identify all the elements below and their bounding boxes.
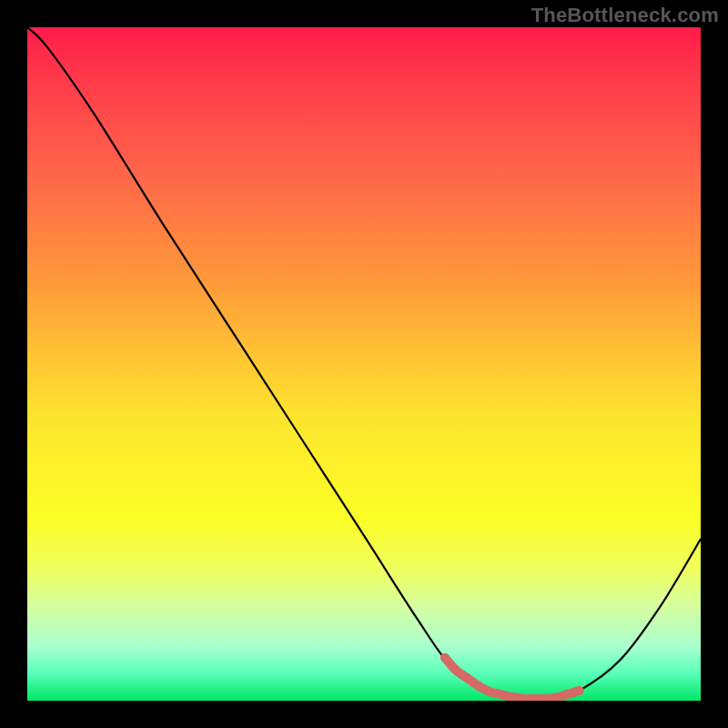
chart-container: TheBottleneck.com — [0, 0, 728, 728]
highlight-segment — [445, 658, 580, 699]
bottleneck-curve — [27, 27, 701, 700]
attribution-label: TheBottleneck.com — [531, 4, 719, 27]
curve-svg — [27, 27, 701, 701]
